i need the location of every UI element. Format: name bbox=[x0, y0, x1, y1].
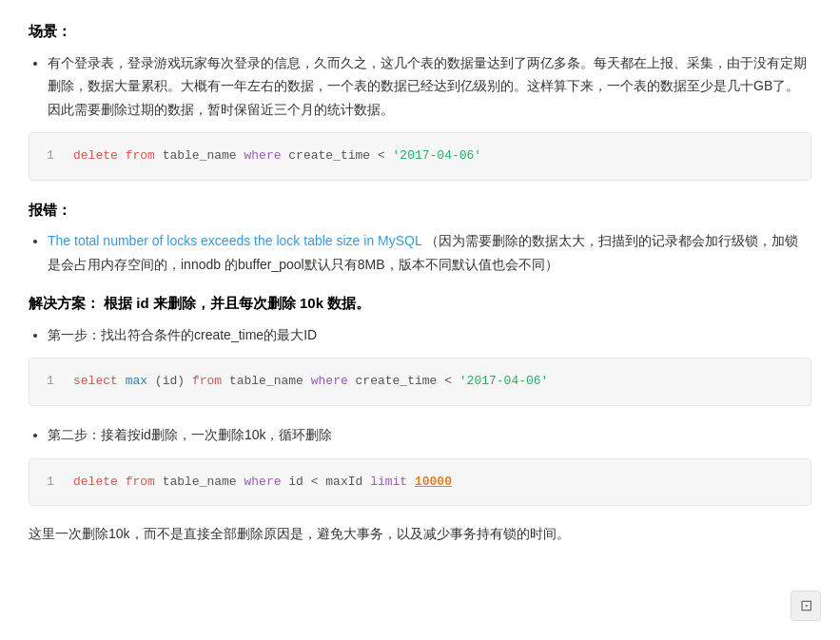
line-num-2: 1 bbox=[47, 372, 56, 392]
step2-label: 第二步：接着按id删除，一次删除10k，循环删除 bbox=[48, 423, 811, 447]
scenario-list: 有个登录表，登录游戏玩家每次登录的信息，久而久之，这几个表的数据量达到了两亿多条… bbox=[29, 51, 811, 122]
keyword-from-3: from bbox=[126, 475, 155, 489]
solution-title: 解决方案： 根据 id 来删除，并且每次删除 10k 数据。 bbox=[29, 291, 811, 316]
condition-2: create_time < bbox=[356, 374, 459, 388]
args: (id) bbox=[155, 374, 185, 388]
code-block-2: 1 select max (id) from table_name where … bbox=[29, 358, 811, 406]
scenario-section: 场景： 有个登录表，登录游戏玩家每次登录的信息，久而久之，这几个表的数据量达到了… bbox=[29, 19, 811, 181]
keyword-from-2: from bbox=[192, 374, 222, 388]
scenario-title: 场景： bbox=[29, 19, 811, 44]
condition-1: create_time < bbox=[288, 148, 392, 163]
code-line-1: 1 delete from table_name where create_ti… bbox=[47, 146, 793, 166]
code-content-3: delete from table_name where id < maxId … bbox=[73, 473, 452, 493]
keyword-select: select bbox=[73, 374, 118, 388]
keyword-max: max bbox=[126, 374, 147, 388]
table-name-3: table_name bbox=[163, 475, 244, 489]
step1-list: 第一步：找出符合条件的create_time的最大ID bbox=[29, 323, 811, 347]
code-block-1: 1 delete from table_name where create_ti… bbox=[29, 132, 811, 181]
table-name-1: table_name bbox=[163, 148, 244, 163]
line-num-3: 1 bbox=[47, 473, 56, 493]
code-block-3: 1 delete from table_name where id < maxI… bbox=[29, 458, 811, 507]
keyword-from-1: from bbox=[126, 148, 155, 163]
error-list: The total number of locks exceeds the lo… bbox=[29, 229, 811, 276]
error-item: The total number of locks exceeds the lo… bbox=[48, 229, 811, 276]
table-name-2: table_name bbox=[229, 374, 311, 388]
keyword-where-1: where bbox=[244, 148, 281, 163]
keyword-where-2: where bbox=[311, 374, 348, 388]
error-link[interactable]: The total number of locks exceeds the lo… bbox=[48, 233, 421, 248]
code-line-3: 1 delete from table_name where id < maxI… bbox=[47, 473, 793, 493]
line-num-1: 1 bbox=[47, 146, 56, 166]
scenario-paragraph: 有个登录表，登录游戏玩家每次登录的信息，久而久之，这几个表的数据量达到了两亿多条… bbox=[48, 51, 811, 122]
keyword-where-3: where bbox=[244, 475, 281, 489]
code-content-1: delete from table_name where create_time… bbox=[73, 146, 481, 166]
keyword-delete-1: delete bbox=[73, 148, 118, 163]
error-title: 报错： bbox=[29, 198, 811, 223]
limit-number: 10000 bbox=[415, 475, 452, 489]
step1-label: 第一步：找出符合条件的create_time的最大ID bbox=[48, 323, 811, 347]
string-value-1: '2017-04-06' bbox=[393, 148, 482, 163]
keyword-delete-3: delete bbox=[73, 475, 118, 489]
error-section: 报错： The total number of locks exceeds th… bbox=[29, 198, 811, 277]
bottom-note: 这里一次删除10k，而不是直接全部删除原因是，避免大事务，以及减少事务持有锁的时… bbox=[29, 523, 811, 546]
condition-3: id < maxId bbox=[288, 475, 370, 489]
code-content-2: select max (id) from table_name where cr… bbox=[73, 372, 548, 392]
solution-section: 解决方案： 根据 id 来删除，并且每次删除 10k 数据。 第一步：找出符合条… bbox=[29, 291, 811, 506]
step2-list: 第二步：接着按id删除，一次删除10k，循环删除 bbox=[29, 423, 811, 447]
code-line-2: 1 select max (id) from table_name where … bbox=[47, 372, 793, 392]
keyword-limit: limit bbox=[370, 475, 407, 489]
string-value-2: '2017-04-06' bbox=[459, 374, 549, 388]
